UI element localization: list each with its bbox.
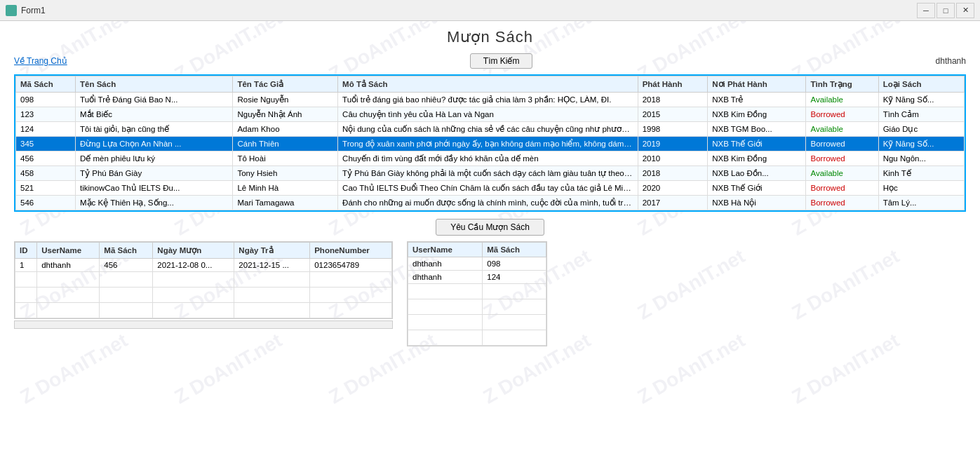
table-cell: dhthanh <box>408 271 483 284</box>
table-cell: NXB TGM Boo... <box>708 122 806 137</box>
table-row[interactable]: 123Mắt BiếcNguyễn Nhật ÁnhCâu chuyện tìn… <box>16 107 965 122</box>
borrow-table-body: 1dhthanh4562021-12-08 0...2021-12-15 ...… <box>15 259 392 318</box>
table-cell: 2010 <box>638 151 708 166</box>
table-cell: Tuổi Trẻ Đáng Giá Bao N... <box>76 93 233 107</box>
col-phat-hanh: Phát Hành <box>638 76 708 93</box>
table-row[interactable]: 124Tôi tài giỏi, bạn cũng thếAdam KhooNộ… <box>16 122 965 137</box>
table-cell: 2018 <box>638 93 708 107</box>
table-cell: Kỹ Năng Số... <box>878 137 964 151</box>
table-cell: 521 <box>16 181 76 196</box>
table-row[interactable]: 458Tỷ Phú Bán GiàyTony HsiehTỷ Phú Bán G… <box>16 166 965 181</box>
main-table-body: 098Tuổi Trẻ Đáng Giá Bao N...Rosie Nguyễ… <box>16 93 965 210</box>
title-bar-controls: ─ □ ✕ <box>917 3 974 18</box>
borrow-table-section: ID UserName Mã Sách Ngày Mượn Ngày Trả P… <box>14 241 393 329</box>
borrow-col-ngay-muon: Ngày Mượn <box>153 243 234 259</box>
table-row[interactable]: dhthanh124 <box>408 271 546 284</box>
borrow-table-header-row: ID UserName Mã Sách Ngày Mượn Ngày Trả P… <box>15 243 392 259</box>
table-row[interactable]: 521tikinowCao Thủ IELTS Đu...Lê Minh HàC… <box>16 181 965 196</box>
main-content: Mượn Sách Về Trang Chủ Tìm Kiếm dhthanh … <box>0 21 980 353</box>
table-cell: tikinowCao Thủ IELTS Đu... <box>76 181 233 196</box>
table-row[interactable]: 345Đừng Lựa Chọn An Nhàn ...Cánh ThiênTr… <box>16 137 965 151</box>
table-cell: NXB Hà Nội <box>708 196 806 210</box>
table-cell: Mặc Kệ Thiên Hạ, Sống... <box>76 196 233 210</box>
table-cell: dhthanh <box>37 259 100 272</box>
table-cell: 123 <box>16 107 76 122</box>
table-cell: 124 <box>16 122 76 137</box>
table-cell-empty <box>483 330 546 346</box>
table-cell-empty <box>310 288 392 303</box>
available-table-container[interactable]: UserName Mã Sách dhthanh098dhthanh124 <box>407 241 547 346</box>
title-bar-left: Form1 <box>6 5 46 16</box>
table-row-empty <box>15 303 392 318</box>
borrow-col-ma-sach: Mã Sách <box>100 243 153 259</box>
table-cell-empty <box>483 315 546 330</box>
borrow-col-username: UserName <box>37 243 100 259</box>
maximize-button[interactable]: □ <box>937 3 955 18</box>
table-cell: Kinh Tế <box>878 166 964 181</box>
table-cell: Lê Minh Hà <box>233 181 338 196</box>
table-cell-empty <box>153 272 234 288</box>
table-row-empty <box>408 299 546 315</box>
table-cell: Tôi tài giỏi, bạn cũng thế <box>76 122 233 137</box>
table-cell: NXB Trẻ <box>708 93 806 107</box>
available-table-body: dhthanh098dhthanh124 <box>408 257 546 346</box>
home-link[interactable]: Về Trang Chủ <box>14 56 67 66</box>
table-row-empty <box>15 288 392 303</box>
table-cell: Available <box>806 93 878 107</box>
table-row[interactable]: 098Tuổi Trẻ Đáng Giá Bao N...Rosie Nguyễ… <box>16 93 965 107</box>
table-cell: Ngu Ngôn... <box>878 151 964 166</box>
table-cell: Borrowed <box>806 137 878 151</box>
col-tinh-trang: Tình Trạng <box>806 76 878 93</box>
table-cell-empty <box>310 303 392 318</box>
table-cell: 2021-12-08 0... <box>153 259 234 272</box>
table-cell: Mari Tamagawa <box>233 196 338 210</box>
col-ma-sach: Mã Sách <box>16 76 76 93</box>
app-body: Z DoAnIT.net Z DoAnIT.net Z DoAnIT.net Z… <box>0 21 980 453</box>
horizontal-scrollbar[interactable] <box>14 320 393 329</box>
close-button[interactable]: ✕ <box>956 3 974 18</box>
table-row[interactable]: 546Mặc Kệ Thiên Hạ, Sống...Mari Tamagawa… <box>16 196 965 210</box>
table-cell-empty <box>234 303 310 318</box>
table-cell: Tỷ Phú Bán Giày không phải là một cuốn s… <box>338 166 638 181</box>
borrow-request-button[interactable]: Yêu Cầu Mượn Sách <box>436 219 544 236</box>
table-cell: Borrowed <box>806 181 878 196</box>
table-cell: 456 <box>16 151 76 166</box>
table-cell-empty <box>37 288 100 303</box>
table-cell: Borrowed <box>806 151 878 166</box>
table-cell-empty <box>37 303 100 318</box>
table-cell: Available <box>806 122 878 137</box>
main-table-header: Mã Sách Tên Sách Tên Tác Giả Mô Tả Sách … <box>16 76 965 93</box>
col-ten-tac-gia: Tên Tác Giả <box>233 76 338 93</box>
table-cell: 1998 <box>638 122 708 137</box>
table-cell: Đánh cho những ai muốn được sống là chín… <box>338 196 638 210</box>
borrow-btn-row: Yêu Cầu Mượn Sách <box>14 219 966 236</box>
minimize-button[interactable]: ─ <box>917 3 935 18</box>
table-cell: 2020 <box>638 181 708 196</box>
table-cell: 0123654789 <box>310 259 392 272</box>
table-row[interactable]: 456Dế mèn phiêu lưu kýTô HoàiChuyến đi t… <box>16 151 965 166</box>
table-cell: Trong độ xuân xanh phơi phới ngày ấy, bạ… <box>338 137 638 151</box>
table-row-empty <box>408 284 546 299</box>
borrow-table-container[interactable]: ID UserName Mã Sách Ngày Mượn Ngày Trả P… <box>14 241 393 319</box>
search-button[interactable]: Tìm Kiếm <box>470 53 533 69</box>
borrow-col-ngay-tra: Ngày Trả <box>234 243 310 259</box>
table-cell-empty <box>483 299 546 315</box>
table-cell-empty <box>408 284 483 299</box>
table-cell: 2021-12-15 ... <box>234 259 310 272</box>
table-cell: Giáo Dục <box>878 122 964 137</box>
table-cell: dhthanh <box>408 257 483 271</box>
main-table-header-row: Mã Sách Tên Sách Tên Tác Giả Mô Tả Sách … <box>16 76 965 93</box>
main-table-container[interactable]: Mã Sách Tên Sách Tên Tác Giả Mô Tả Sách … <box>14 74 966 212</box>
user-label: dhthanh <box>936 56 966 66</box>
table-row[interactable]: dhthanh098 <box>408 257 546 271</box>
table-cell-empty <box>37 272 100 288</box>
table-row[interactable]: 1dhthanh4562021-12-08 0...2021-12-15 ...… <box>15 259 392 272</box>
table-cell: 456 <box>100 259 153 272</box>
table-cell-empty <box>408 315 483 330</box>
table-cell: Dế mèn phiêu lưu ký <box>76 151 233 166</box>
table-row-empty <box>15 272 392 288</box>
table-cell: 124 <box>483 271 546 284</box>
table-cell-empty <box>100 288 153 303</box>
table-cell: NXB Lao Đồn... <box>708 166 806 181</box>
table-cell-empty <box>153 303 234 318</box>
